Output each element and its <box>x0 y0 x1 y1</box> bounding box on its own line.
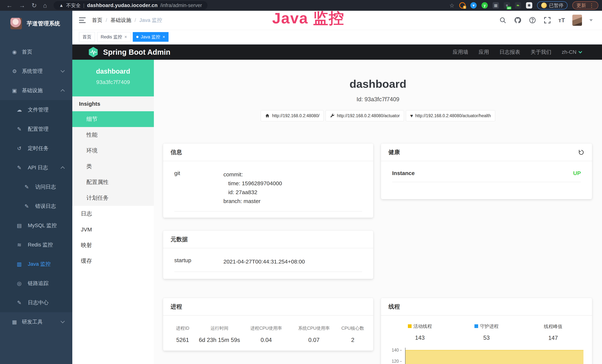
health-instance-label: Instance <box>392 170 415 176</box>
sba-item-mappings[interactable]: 映射 <box>72 237 154 253</box>
sidebar-item-system-management[interactable]: ⚙ 系统管理 <box>0 62 72 81</box>
instance-id: 93a3fc7f7409 <box>72 79 154 85</box>
app-logo-image <box>10 18 22 29</box>
java-monitor-icon: ▥ <box>15 261 23 267</box>
process-table: 进程ID5261 运行时间6d 23h 15m 59s 进程CPU使用率0.04… <box>169 325 368 343</box>
metadata-card: 元数据 startup 2021-04-27T00:44:31.254+08:0… <box>163 231 373 279</box>
daemon-threads-swatch <box>474 324 478 328</box>
avatar-caret-icon[interactable] <box>589 19 593 21</box>
tab-java-monitor[interactable]: Java 监控 × <box>133 32 169 42</box>
sba-brand[interactable]: Spring Boot Admin <box>88 47 170 58</box>
service-url-button[interactable]: http://192.168.0.2:48080/ <box>261 110 324 121</box>
browser-home-icon[interactable]: ⌂ <box>43 2 47 9</box>
extension-icon-4[interactable]: ▦ <box>493 2 499 9</box>
sidebar-item-redis-monitor[interactable]: ≋ Redis 监控 <box>0 235 72 254</box>
search-icon[interactable] <box>499 17 506 24</box>
process-card: 进程 进程ID5261 运行时间6d 23h 15m 59s 进程CPU使用率0… <box>163 298 373 351</box>
sba-item-caches[interactable]: 缓存 <box>72 253 154 269</box>
browser-update-button[interactable]: 更新 ⋮ <box>572 1 598 10</box>
sba-nav-about[interactable]: 关于我们 <box>531 49 551 56</box>
extension-icon-5[interactable]: ≡on <box>504 2 510 9</box>
browser-menu-kebab-icon[interactable]: ⋮ <box>589 2 594 9</box>
sidebar-item-home[interactable]: ◉ 首页 <box>0 42 72 62</box>
extension-icon-2[interactable]: ▾ <box>470 2 477 9</box>
sidebar-item-config-management[interactable]: ✎ 配置管理 <box>0 119 72 139</box>
sidebar-item-api-logs[interactable]: ✎ API 日志 <box>0 158 72 177</box>
sidebar-item-log-center[interactable]: ✎ 日志中心 <box>0 293 72 312</box>
sidebar-item-scheduled-tasks[interactable]: ↺ 定时任务 <box>0 139 72 158</box>
tabs-bar: 首页 Redis 监控 × Java 监控 × <box>72 30 602 44</box>
avatar[interactable] <box>572 15 582 26</box>
page-subtitle: Id: 93a3fc7f7409 <box>154 96 602 103</box>
tab-redis-monitor[interactable]: Redis 监控 × <box>97 32 130 42</box>
home-icon <box>265 113 270 118</box>
history-icon[interactable] <box>578 149 585 156</box>
sidebar-item-java-monitor[interactable]: ▥ Java 监控 <box>0 254 72 274</box>
url-domain: dashboard.yudao.iocoder.cn <box>87 3 158 8</box>
font-size-icon[interactable]: тT <box>559 17 565 24</box>
help-icon[interactable] <box>529 17 536 24</box>
github-icon[interactable] <box>514 17 521 24</box>
sidebar-item-trace[interactable]: ◎ 链路追踪 <box>0 274 72 293</box>
sidebar-item-infrastructure[interactable]: ▣ 基础设施 <box>0 81 72 100</box>
sba-item-logs[interactable]: 日志 <box>72 206 154 222</box>
sba-nav-journal[interactable]: 日志报表 <box>499 49 520 56</box>
tab-home[interactable]: 首页 <box>79 32 95 42</box>
sidebar-item-error-logs[interactable]: ✎ 错误日志 <box>0 197 72 216</box>
process-card-title: 进程 <box>171 303 182 310</box>
wrench-icon <box>330 113 335 118</box>
health-url-button[interactable]: ♥ http://192.168.0.2:48080/actuator/heal… <box>406 110 495 121</box>
sba-nav-applications[interactable]: 应用 <box>479 49 489 56</box>
reload-icon[interactable]: ↻ <box>32 2 37 9</box>
close-icon[interactable]: × <box>124 34 127 40</box>
health-card-title: 健康 <box>388 148 400 156</box>
threads-chart-plot <box>405 348 583 364</box>
sidebar-item-file-management[interactable]: ☁ 文件管理 <box>0 100 72 119</box>
extensions-puzzle-icon[interactable]: ✱ <box>526 2 532 9</box>
instance-name: dashboard <box>72 67 154 75</box>
sba-item-details[interactable]: 细节 <box>72 111 154 127</box>
app-logo-row[interactable]: 芋道管理系统 <box>0 11 72 33</box>
sba-sidebar: dashboard 93a3fc7f7409 Insights 细节 性能 环境… <box>72 60 154 364</box>
sba-hexagon-logo-icon <box>88 47 98 58</box>
bookmark-star-icon[interactable]: ☆ <box>449 2 454 9</box>
sba-item-environment[interactable]: 环境 <box>72 143 154 159</box>
forward-icon[interactable]: → <box>19 2 25 9</box>
app-sidebar: 芋道管理系统 ◉ 首页 ⚙ 系统管理 ▣ 基础设施 ☁ 文件管理 <box>0 11 72 364</box>
infrastructure-submenu: ☁ 文件管理 ✎ 配置管理 ↺ 定时任务 ✎ API 日志 ✎ <box>0 100 72 312</box>
extension-icon-3[interactable]: y <box>482 2 488 9</box>
sba-item-config-props[interactable]: 配置属性 <box>72 174 154 190</box>
hamburger-icon[interactable] <box>79 17 86 23</box>
metadata-value-startup: 2021-04-27T00:44:31.254+08:00 <box>223 257 362 266</box>
page-title: dashboard <box>154 77 602 90</box>
breadcrumb-infrastructure[interactable]: 基础设施 <box>110 17 131 24</box>
upload-cloud-icon: ☁ <box>15 107 23 113</box>
sidebar-item-dev-tools[interactable]: ▦ 研发工具 <box>0 312 72 332</box>
sba-item-jvm[interactable]: JVM <box>72 222 154 237</box>
close-icon[interactable]: × <box>162 34 165 40</box>
fullscreen-icon[interactable] <box>544 17 551 24</box>
sidebar-item-mysql-monitor[interactable]: ▤ MySQL 监控 <box>0 216 72 235</box>
instance-header[interactable]: dashboard 93a3fc7f7409 <box>72 60 154 96</box>
sidebar-item-access-logs[interactable]: ✎ 访问日志 <box>0 177 72 197</box>
extension-icon-6[interactable]: ❧ <box>515 2 521 9</box>
sba-item-classes[interactable]: 类 <box>72 159 154 174</box>
daemon-threads-label: 守护进程 <box>480 323 499 329</box>
sba-header: Spring Boot Admin 应用墙 应用 日志报表 关于我们 zh-CN <box>72 44 602 60</box>
paused-badge[interactable]: 已暂停 <box>537 1 568 10</box>
breadcrumb-home[interactable]: 首页 <box>92 17 102 24</box>
extension-icon-1[interactable]: 1 <box>459 2 465 9</box>
monitor-icon: ▣ <box>10 87 19 94</box>
back-icon[interactable]: ← <box>6 2 13 9</box>
peak-threads-value: 147 <box>520 335 586 341</box>
address-bar[interactable]: ▲ 不安全 | dashboard.yudao.iocoder.cn /infr… <box>54 1 207 10</box>
address-divider: | <box>83 3 85 8</box>
sba-item-metrics[interactable]: 性能 <box>72 127 154 143</box>
chevron-down-icon <box>61 68 65 73</box>
actuator-url-button[interactable]: http://192.168.0.2:48080/actuator <box>326 110 404 121</box>
sba-nav-wallboard[interactable]: 应用墙 <box>453 49 468 56</box>
journal-icon: ✎ <box>15 300 23 306</box>
live-threads-label: 活动线程 <box>413 323 432 329</box>
sba-item-scheduled-tasks[interactable]: 计划任务 <box>72 190 154 206</box>
sba-locale-select[interactable]: zh-CN <box>562 49 582 55</box>
